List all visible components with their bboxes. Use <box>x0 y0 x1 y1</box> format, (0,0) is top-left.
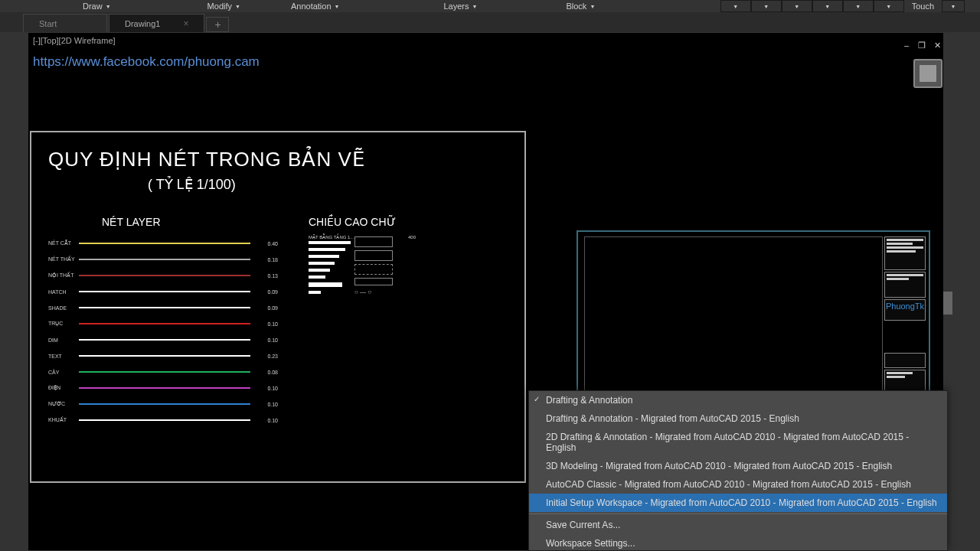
menu-modify[interactable]: Modify▼ <box>201 0 247 12</box>
layer-line <box>79 387 250 389</box>
layer-row: ĐIỆN0.10 <box>48 380 278 396</box>
workspace-switcher-menu: Drafting & AnnotationDrafting & Annotati… <box>528 390 948 551</box>
layer-value: 0.13 <box>255 273 278 279</box>
qat-drop-7[interactable]: ▼ <box>942 0 965 12</box>
left-palette <box>0 32 28 551</box>
layer-name: NÉT THẤY <box>48 256 79 262</box>
drawing-content: QUY ĐỊNH NÉT TRONG BẢN VẼ ( TỶ LỆ 1/100)… <box>30 131 526 483</box>
layer-value: 0.08 <box>255 370 278 375</box>
layer-name: TRỤC <box>48 321 79 327</box>
layer-line <box>79 419 250 421</box>
layer-name: HATCH <box>48 289 79 295</box>
layer-line <box>79 323 250 324</box>
layer-line <box>79 403 250 405</box>
touch-button[interactable]: Touch <box>904 0 942 12</box>
layer-name: ĐIỆN <box>48 385 79 391</box>
layer-name: NỘI THẤT <box>48 272 79 279</box>
scroll-thumb[interactable] <box>943 292 952 315</box>
layer-line <box>79 275 250 276</box>
workspace-option[interactable]: 2D Drafting & Annotation - Migrated from… <box>529 428 947 457</box>
layer-value: 0.09 <box>255 305 278 311</box>
menu-save-current-as[interactable]: Save Current As... <box>529 516 947 534</box>
layer-value: 0.10 <box>255 402 278 407</box>
qat-drop-6[interactable]: ▼ <box>874 0 904 12</box>
layer-line <box>79 259 250 260</box>
layer-line <box>79 291 250 292</box>
layer-value: 0.40 <box>255 241 278 246</box>
preview-brand: PhuongTk <box>885 300 925 312</box>
drawing-title: QUY ĐỊNH NÉT TRONG BẢN VẼ <box>48 148 508 171</box>
layer-row: KHUẤT0.10 <box>48 412 278 428</box>
workspace-option[interactable]: 3D Modeling - Migrated from AutoCAD 2010… <box>529 457 947 475</box>
layer-row: SHADE0.09 <box>48 300 278 315</box>
viewport-label[interactable]: [-][Top][2D Wireframe] <box>28 33 120 48</box>
menu-workspace-settings[interactable]: Workspace Settings... <box>529 534 947 550</box>
layer-row: HATCH0.09 <box>48 284 278 299</box>
menu-annotation[interactable]: Annotation▼ <box>285 0 346 12</box>
url-text: https://www.facebook.com/phuong.cam <box>33 54 260 70</box>
menu-block[interactable]: Block▼ <box>560 0 601 12</box>
workspace-option[interactable]: Drafting & Annotation <box>529 391 947 409</box>
qat-drop-2[interactable]: ▼ <box>751 0 782 12</box>
layer-row: CÂY0.08 <box>48 364 278 380</box>
layer-line <box>79 307 250 308</box>
layer-value: 0.23 <box>255 354 278 359</box>
layer-name: DIM <box>48 337 79 343</box>
qat-drop-4[interactable]: ▼ <box>812 0 843 12</box>
layer-line <box>79 339 250 341</box>
layer-name: NÉT CẮT <box>48 240 79 246</box>
viewport-maximize-icon[interactable]: ❐ <box>916 41 927 51</box>
layer-value: 0.10 <box>255 337 278 343</box>
viewport-minimize-icon[interactable]: – <box>901 41 912 51</box>
layer-row: NỘI THẤT0.13 <box>48 268 278 283</box>
qat-drop-1[interactable]: ▼ <box>720 0 751 12</box>
tab-add-button[interactable]: + <box>206 17 229 32</box>
drawing-subtitle: ( TỶ LỆ 1/100) <box>148 176 508 193</box>
layer-line <box>79 243 250 244</box>
layer-name: KHUẤT <box>48 417 79 423</box>
layer-heading: NÉT LAYER <box>102 216 278 228</box>
view-cube[interactable] <box>913 59 942 88</box>
menu-layers[interactable]: Layers▼ <box>438 0 484 12</box>
tab-drawing1[interactable]: Drawing1× <box>109 14 204 32</box>
layer-value: 0.18 <box>255 257 278 262</box>
workspace-option[interactable]: Initial Setup Workspace - Migrated from … <box>529 494 947 512</box>
layer-line <box>79 371 250 373</box>
layer-value: 0.10 <box>255 418 278 423</box>
tab-close-icon[interactable]: × <box>183 18 188 29</box>
layer-row: DIM0.10 <box>48 332 278 347</box>
preview-thumbnail: PhuongTk <box>577 230 930 414</box>
layer-name: SHADE <box>48 305 79 311</box>
menu-bar: Draw▼ Modify▼ Annotation▼ Layers▼ Block▼… <box>0 0 980 12</box>
workspace-option[interactable]: Drafting & Annotation - Migrated from Au… <box>529 409 947 428</box>
layer-row: NƯỚC0.10 <box>48 396 278 412</box>
workspace-option[interactable]: AutoCAD Classic - Migrated from AutoCAD … <box>529 475 947 494</box>
layer-value: 0.10 <box>255 321 278 327</box>
layer-value: 0.09 <box>255 289 278 295</box>
document-tabs: Start Drawing1× + <box>0 12 980 32</box>
right-palette <box>952 32 980 551</box>
layer-row: NÉT THẤY0.18 <box>48 252 278 267</box>
layer-name: CÂY <box>48 370 79 375</box>
layer-value: 0.10 <box>255 386 278 391</box>
layer-row: NÉT CẮT0.40 <box>48 236 278 251</box>
layer-row: TEXT0.23 <box>48 348 278 364</box>
text-height-heading: CHIỀU CAO CHỮ <box>309 216 416 228</box>
menu-draw[interactable]: Draw▼ <box>77 0 117 12</box>
layer-row: TRỤC0.10 <box>48 316 278 331</box>
qat-drop-3[interactable]: ▼ <box>782 0 812 12</box>
layer-name: NƯỚC <box>48 401 79 407</box>
tab-start[interactable]: Start <box>23 14 107 32</box>
viewport-close-icon[interactable]: ✕ <box>932 41 942 51</box>
qat-drop-5[interactable]: ▼ <box>843 0 874 12</box>
layer-line <box>79 355 250 357</box>
layer-name: TEXT <box>48 354 79 359</box>
